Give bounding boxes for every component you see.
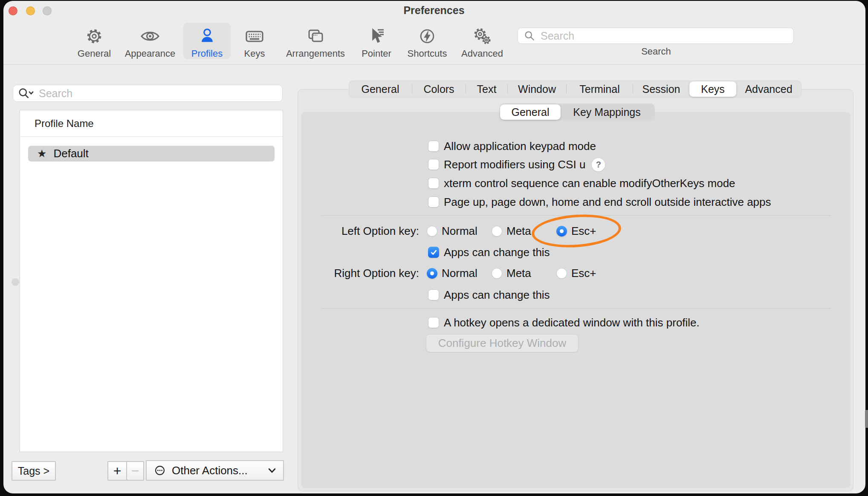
toolbar-item-profiles[interactable]: Profiles <box>183 23 231 59</box>
toolbar-item-label: Appearance <box>125 48 176 59</box>
checkbox-row-keypad-mode[interactable]: Allow application keypad mode <box>428 138 596 154</box>
toolbar-item-label: Arrangements <box>286 48 345 59</box>
profile-row-default[interactable]: ★ Default <box>28 146 275 161</box>
checkbox-row-hotkey-window[interactable]: A hotkey opens a dedicated window with t… <box>428 315 700 330</box>
radio-label: Esc+ <box>571 267 596 280</box>
pane-splitter-handle[interactable] <box>12 278 19 286</box>
toolbar-item-keys[interactable]: Keys <box>237 23 272 59</box>
radio-label: Normal <box>442 267 477 280</box>
toolbar-search-caption: Search <box>613 46 699 57</box>
toolbar-search-field[interactable] <box>518 28 794 44</box>
checkbox-label: Apps can change this <box>444 246 550 259</box>
radio-button[interactable] <box>556 268 567 279</box>
toolbar-item-label: Shortcuts <box>408 48 447 59</box>
search-icon <box>523 29 536 42</box>
toolbar-item-label: Pointer <box>362 48 391 59</box>
profile-search-field[interactable] <box>13 85 283 102</box>
remove-profile-button[interactable]: − <box>126 461 144 481</box>
toolbar-divider <box>3 64 865 65</box>
tab-terminal[interactable]: Terminal <box>567 81 633 98</box>
configure-hotkey-window-button: Configure Hotkey Window <box>426 335 578 352</box>
toolbar-item-general[interactable]: General <box>73 23 116 59</box>
toolbar-item-label: Profiles <box>191 48 223 59</box>
checkbox-hotkey-window[interactable] <box>428 317 439 328</box>
chevron-down-icon <box>267 466 277 475</box>
toolbar-item-advanced[interactable]: Advanced <box>457 23 508 59</box>
preferences-window: Preferences General Appearance <box>3 1 865 493</box>
radio-right-normal[interactable]: Normal <box>427 265 477 281</box>
keys-subtab-bar: General Key Mappings <box>500 104 655 121</box>
tab-keys[interactable]: Keys <box>689 81 736 97</box>
radio-right-esc[interactable]: Esc+ <box>556 265 596 281</box>
gear-icon <box>84 24 104 48</box>
radio-label: Meta <box>506 225 531 238</box>
checkbox-modify-other-keys[interactable] <box>428 178 439 189</box>
radio-left-esc[interactable]: Esc+ <box>556 223 596 239</box>
toolbar-item-label: Advanced <box>461 48 503 59</box>
profile-list: Profile Name ★ Default <box>20 110 283 452</box>
checkbox-row-right-apps-change[interactable]: Apps can change this <box>428 287 550 303</box>
gears-icon <box>472 24 492 48</box>
radio-button[interactable] <box>492 268 502 279</box>
radio-button[interactable] <box>492 226 502 236</box>
checkbox-row-csi-u[interactable]: Report modifiers using CSI u ? <box>428 157 605 172</box>
checkbox-csi-u[interactable] <box>428 159 439 170</box>
left-option-key-label: Left Option key: <box>291 223 419 239</box>
radio-left-normal[interactable]: Normal <box>427 223 477 239</box>
radio-label: Normal <box>442 225 477 238</box>
profile-name: Default <box>53 147 88 160</box>
minimize-button[interactable] <box>26 6 35 15</box>
checkbox-right-apps-change[interactable] <box>428 289 439 300</box>
toolbar-item-arrangements[interactable]: Arrangements <box>279 23 352 59</box>
help-button[interactable]: ? <box>592 158 605 171</box>
search-menu-icon <box>17 87 35 100</box>
tab-session[interactable]: Session <box>633 81 689 98</box>
zoom-button-disabled <box>43 6 52 15</box>
tab-advanced[interactable]: Advanced <box>736 81 801 98</box>
star-icon: ★ <box>37 148 46 159</box>
checkbox-label: xterm control sequence can enable modify… <box>444 177 735 190</box>
toolbar-item-shortcuts[interactable]: Shortcuts <box>402 23 453 59</box>
checkbox-row-modify-other-keys[interactable]: xterm control sequence can enable modify… <box>428 176 735 191</box>
cursor-icon <box>366 24 387 48</box>
keyboard-icon <box>244 24 265 48</box>
checkbox-left-apps-change[interactable] <box>428 247 439 258</box>
checkbox-keypad-mode[interactable] <box>428 141 439 152</box>
section-separator <box>321 215 831 216</box>
close-button[interactable] <box>9 6 17 15</box>
checkbox-row-left-apps-change[interactable]: Apps can change this <box>428 245 550 260</box>
toolbar-item-label: General <box>78 48 111 59</box>
radio-button[interactable] <box>427 268 437 279</box>
list-header-separator <box>20 136 283 137</box>
radio-left-meta[interactable]: Meta <box>492 223 531 239</box>
tags-button[interactable]: Tags > <box>12 461 56 481</box>
profile-search-input[interactable] <box>38 87 278 100</box>
windows-icon <box>305 24 326 48</box>
background-window-edge <box>865 410 868 428</box>
toolbar-item-pointer[interactable]: Pointer <box>353 23 400 59</box>
tab-window[interactable]: Window <box>508 81 566 98</box>
checkbox-page-scroll[interactable] <box>428 196 439 208</box>
tab-general[interactable]: General <box>349 81 412 98</box>
window-title: Preferences <box>285 4 583 17</box>
radio-button[interactable] <box>556 226 567 236</box>
radio-label: Meta <box>506 267 531 280</box>
radio-button[interactable] <box>427 226 437 236</box>
toolbar-item-appearance[interactable]: Appearance <box>118 23 182 59</box>
checkbox-label: Allow application keypad mode <box>444 140 596 153</box>
circle-ellipsis-icon <box>153 463 167 478</box>
other-actions-dropdown[interactable]: Other Actions... <box>146 460 284 481</box>
radio-right-meta[interactable]: Meta <box>492 265 531 281</box>
tab-text[interactable]: Text <box>466 81 507 98</box>
other-actions-label: Other Actions... <box>172 464 248 477</box>
subtab-general[interactable]: General <box>500 104 561 120</box>
checkbox-label: Report modifiers using CSI u <box>444 158 585 171</box>
add-profile-button[interactable]: + <box>107 461 127 481</box>
tab-colors[interactable]: Colors <box>412 81 466 98</box>
check-icon <box>430 248 438 257</box>
checkbox-row-page-scroll[interactable]: Page up, page down, home and end scroll … <box>428 194 771 210</box>
eye-icon <box>140 24 160 48</box>
person-icon <box>197 24 217 48</box>
subtab-key-mappings[interactable]: Key Mappings <box>561 104 653 121</box>
toolbar-search-input[interactable] <box>540 29 788 43</box>
